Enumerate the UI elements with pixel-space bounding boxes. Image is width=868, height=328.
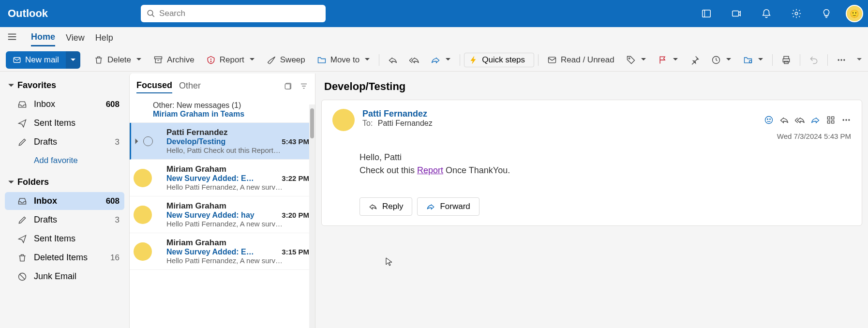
fav-inbox[interactable]: Inbox 608 <box>5 95 124 113</box>
account-avatar[interactable]: 🙂 <box>846 5 863 22</box>
more-button[interactable] <box>832 52 851 68</box>
collapse-ribbon-icon[interactable] <box>856 56 862 64</box>
rules-button[interactable] <box>738 52 768 68</box>
separator <box>379 54 379 66</box>
folder-drafts[interactable]: Drafts 3 <box>5 211 124 229</box>
tips-icon[interactable] <box>816 3 837 24</box>
report-button[interactable]: Report <box>201 52 260 68</box>
sweep-button[interactable]: Sweep <box>262 52 310 68</box>
folder-junk[interactable]: Junk Email <box>5 268 124 285</box>
fav-drafts[interactable]: Drafts 3 <box>5 133 124 151</box>
pin-button[interactable] <box>685 52 704 68</box>
new-mail-dropdown[interactable] <box>66 51 80 69</box>
scrollbar-thumb[interactable] <box>310 108 314 138</box>
forward-icon[interactable] <box>810 115 820 125</box>
onenote-icon[interactable] <box>696 3 717 24</box>
nav-toggle-icon[interactable] <box>7 31 20 44</box>
settings-icon[interactable] <box>786 3 807 24</box>
message-preview: Hello Patti Fernandez, A new surv… <box>166 256 309 265</box>
svg-point-39 <box>848 119 850 120</box>
inbox-icon <box>17 100 27 109</box>
forward-button[interactable] <box>426 52 456 68</box>
apps-icon[interactable] <box>826 115 836 125</box>
tab-other[interactable]: Other <box>179 79 201 93</box>
search-input[interactable] <box>141 5 326 22</box>
message-time: 3:20 PM <box>282 211 309 219</box>
fav-inbox-label: Inbox <box>34 99 55 109</box>
message-scroll[interactable]: Patti FernandezDevelop/Testing5:43 PMHel… <box>130 123 315 328</box>
archive-button[interactable]: Archive <box>149 52 199 68</box>
tag-button[interactable] <box>621 52 651 68</box>
message-list-header: Focused Other <box>130 74 315 96</box>
mouse-cursor <box>386 257 392 266</box>
recipient-line: To: Patti Fernandez <box>362 119 756 128</box>
folder-deleted[interactable]: Deleted Items 16 <box>5 249 124 267</box>
add-favorite[interactable]: Add favorite <box>5 152 124 169</box>
print-icon <box>781 55 791 65</box>
expand-icon[interactable] <box>134 138 140 145</box>
favorites-label: Favorites <box>17 80 56 90</box>
scrollbar[interactable] <box>309 104 315 328</box>
delete-label: Delete <box>107 55 131 65</box>
new-mail-button[interactable]: New mail <box>6 51 66 69</box>
reading-header: Patti Fernandez To: Patti Fernandez <box>332 109 851 131</box>
chevron-down-icon <box>8 82 15 89</box>
tab-focused[interactable]: Focused <box>136 78 172 93</box>
moveto-button[interactable]: Move to <box>312 52 375 68</box>
gear-folder-icon <box>743 55 753 65</box>
print-button[interactable] <box>777 52 796 68</box>
svg-rect-19 <box>784 61 788 63</box>
meet-now-icon[interactable] <box>726 3 747 24</box>
message-item[interactable]: Miriam GrahamNew Survey Added: E…3:22 PM… <box>130 160 315 196</box>
message-preview: Hello Patti Fernandez, A new surv… <box>166 220 309 228</box>
main-layout: Favorites Inbox 608 Sent Items Drafts 3 … <box>0 72 868 328</box>
message-item[interactable]: Miriam GrahamNew Survey Added: hay3:20 P… <box>130 196 315 233</box>
chevron-down-icon <box>758 55 763 65</box>
message-item[interactable]: Miriam GrahamNew Survey Added: E…3:15 PM… <box>130 233 315 270</box>
folder-sent[interactable]: Sent Items <box>5 230 124 248</box>
sender-name[interactable]: Patti Fernandez <box>362 109 756 119</box>
filter-icon[interactable] <box>299 82 308 90</box>
tab-help[interactable]: Help <box>95 30 113 46</box>
react-icon[interactable] <box>764 115 774 125</box>
new-mail-label: New mail <box>25 55 59 65</box>
quick-steps-button[interactable]: Quick steps <box>464 53 534 67</box>
read-unread-label: Read / Unread <box>561 55 614 65</box>
message-from: Patti Fernandez <box>166 128 309 137</box>
tab-view[interactable]: View <box>66 30 85 46</box>
separator <box>460 54 460 66</box>
report-link[interactable]: Report <box>417 165 443 175</box>
snooze-button[interactable] <box>706 52 736 68</box>
fav-sent[interactable]: Sent Items <box>5 114 124 132</box>
svg-point-38 <box>845 119 847 120</box>
folder-inbox[interactable]: Inbox 608 <box>5 192 124 210</box>
favorites-header[interactable]: Favorites <box>5 76 124 94</box>
select-mode-icon[interactable] <box>284 82 293 90</box>
tab-home[interactable]: Home <box>31 29 55 46</box>
reply-all-button[interactable] <box>404 52 424 68</box>
more-icon[interactable] <box>841 115 851 125</box>
reply-all-icon[interactable] <box>795 115 805 125</box>
flag-button[interactable] <box>653 52 683 68</box>
sender-avatar <box>134 206 152 224</box>
reply-button[interactable]: Reply <box>359 197 412 216</box>
forward-icon <box>426 202 435 211</box>
ribbon-tabs: Home View Help <box>0 27 868 48</box>
chevron-down-icon <box>8 179 15 186</box>
search-wrap <box>141 5 326 22</box>
message-preview: Hello Patti Fernandez, A new surv… <box>166 183 309 191</box>
delete-button[interactable]: Delete <box>89 52 147 68</box>
notifications-icon[interactable] <box>756 3 777 24</box>
sweep-label: Sweep <box>280 55 305 65</box>
read-unread-button[interactable]: Read / Unread <box>542 52 619 68</box>
folders-header[interactable]: Folders <box>5 173 124 191</box>
reply-button[interactable] <box>383 52 403 68</box>
select-checkbox[interactable] <box>143 136 153 146</box>
message-time: 5:43 PM <box>282 137 309 146</box>
message-item[interactable]: Patti FernandezDevelop/Testing5:43 PMHel… <box>130 123 315 160</box>
other-banner[interactable]: Other: New messages (1) Miriam Graham in… <box>130 96 315 123</box>
message-from: Miriam Graham <box>166 238 309 248</box>
forward-button-body[interactable]: Forward <box>417 197 479 216</box>
reply-icon[interactable] <box>779 115 789 125</box>
undo-button[interactable] <box>804 52 823 68</box>
